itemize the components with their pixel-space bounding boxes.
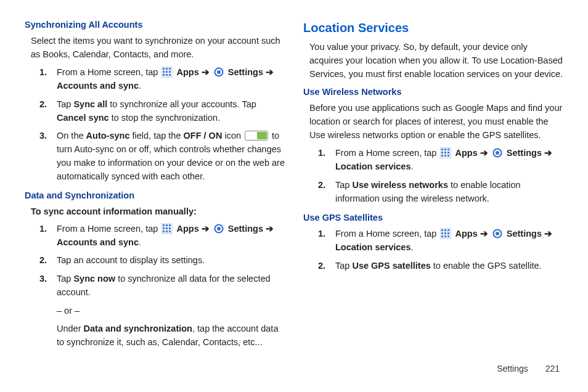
label-settings: Settings	[507, 229, 542, 239]
svg-rect-41	[447, 229, 449, 231]
apps-icon	[440, 228, 451, 239]
period: .	[139, 81, 141, 91]
step-2: 2. Tap an account to display its setting…	[57, 254, 285, 267]
heading-use-gps-satellites: Use GPS Satellites	[303, 211, 563, 225]
label-accounts-and-sync: Accounts and sync	[57, 81, 139, 91]
step-text: From a Home screen, tap	[335, 148, 439, 158]
bold-auto-sync: Auto-sync	[86, 131, 130, 141]
para-location-services: You value your privacy. So, by default, …	[309, 41, 563, 81]
step-text: to synchronize all your accounts. Tap	[107, 99, 256, 109]
step-number: 1.	[39, 66, 47, 80]
label-location-services: Location services	[335, 242, 411, 252]
step-number: 2.	[39, 254, 47, 267]
svg-rect-6	[169, 71, 171, 73]
bold-sync-now: Sync now	[73, 274, 115, 284]
step-number: 3.	[39, 272, 47, 286]
step-number: 3.	[39, 129, 47, 143]
arrow-icon: ➔	[202, 67, 210, 77]
period: .	[411, 242, 414, 252]
bold-off-on: OFF / ON	[184, 131, 223, 141]
toggle-switch-icon	[245, 131, 268, 141]
column-right: Location Services You value your privacy…	[303, 18, 563, 356]
step-number: 2.	[39, 98, 47, 112]
svg-rect-17	[169, 224, 171, 226]
label-apps: Apps	[176, 67, 198, 77]
step-text: to enable the GPS satellite.	[431, 261, 542, 271]
step-text: field, tap the	[129, 131, 183, 141]
svg-point-25	[217, 227, 221, 231]
step-text: to stop the synchronization.	[109, 113, 221, 123]
svg-rect-35	[447, 155, 449, 157]
step-3: 3. Tap Sync now to synchronize all data …	[57, 272, 285, 349]
bold-use-wireless-networks: Use wireless networks	[352, 180, 448, 190]
label-location-services: Location services	[335, 161, 411, 171]
svg-rect-27	[441, 149, 443, 150]
label-settings: Settings	[228, 224, 263, 234]
steps-data-sync: 1. From a Home screen, tap Apps ➔ Settin…	[25, 223, 285, 349]
step-1: 1. From a Home screen, tap Apps ➔ Settin…	[335, 227, 563, 255]
svg-rect-8	[166, 74, 168, 76]
step-text: Tap an account to display its settings.	[57, 255, 205, 265]
step-text: From a Home screen, tap	[57, 67, 160, 77]
heading-location-services: Location Services	[303, 18, 563, 37]
footer-section: Settings	[497, 364, 528, 374]
settings-icon	[213, 67, 224, 78]
settings-icon	[492, 228, 503, 239]
apps-icon	[161, 223, 173, 234]
svg-rect-40	[444, 229, 446, 231]
period: .	[139, 237, 141, 247]
step-3: 3. On the Auto-sync field, tap the OFF /…	[57, 129, 285, 183]
svg-rect-22	[166, 231, 168, 232]
footer-page-number: 221	[545, 364, 560, 374]
bold-use-gps-satellites: Use GPS satellites	[352, 261, 430, 271]
svg-rect-23	[169, 231, 171, 232]
heading-use-wireless-networks: Use Wireless Networks	[303, 86, 563, 99]
svg-rect-2	[166, 68, 168, 70]
step-number: 2.	[318, 179, 325, 192]
svg-rect-39	[441, 229, 443, 231]
svg-rect-1	[163, 68, 165, 70]
svg-rect-29	[447, 149, 449, 150]
label-settings: Settings	[228, 67, 263, 77]
svg-point-49	[496, 232, 499, 235]
para-sync-all: Select the items you want to synchronize…	[31, 35, 285, 62]
or-divider: – or –	[57, 304, 285, 318]
svg-rect-43	[444, 232, 446, 234]
arrow-icon: ➔	[266, 67, 274, 77]
label-settings: Settings	[507, 148, 542, 158]
bold-sync-all: Sync all	[73, 99, 107, 109]
svg-rect-28	[444, 149, 446, 150]
svg-rect-42	[441, 232, 443, 234]
svg-rect-3	[169, 68, 171, 70]
svg-rect-45	[441, 235, 443, 237]
step-number: 1.	[318, 147, 325, 160]
bold-data-and-sync: Data and synchronization	[84, 324, 192, 333]
bold-cancel-sync: Cancel sync	[57, 113, 109, 123]
apps-icon	[440, 147, 451, 158]
arrow-icon: ➔	[480, 148, 488, 158]
label-apps: Apps	[455, 148, 477, 158]
svg-rect-21	[163, 231, 165, 232]
svg-rect-32	[447, 152, 449, 153]
arrow-icon: ➔	[544, 229, 552, 239]
page-footer: Settings 221	[497, 364, 560, 374]
step-2: 2. Tap Sync all to synchronize all your …	[57, 98, 285, 125]
heading-sync-all-accounts: Synchronizing All Accounts	[25, 18, 285, 32]
arrow-icon: ➔	[266, 224, 274, 234]
step-number: 2.	[318, 259, 325, 273]
label-accounts-and-sync: Accounts and sync	[57, 237, 139, 247]
svg-rect-31	[444, 152, 446, 153]
arrow-icon: ➔	[480, 229, 488, 239]
steps-sync-all: 1. From a Home screen, tap Apps ➔ Settin…	[25, 66, 285, 183]
step-1: 1. From a Home screen, tap Apps ➔ Settin…	[57, 223, 285, 250]
arrow-icon: ➔	[544, 148, 552, 158]
settings-icon	[492, 147, 503, 158]
step-text: On the	[57, 131, 86, 141]
step-text: icon	[222, 131, 243, 141]
svg-rect-7	[163, 74, 165, 76]
svg-rect-9	[169, 74, 171, 76]
steps-wireless-networks: 1. From a Home screen, tap Apps ➔ Settin…	[303, 147, 563, 205]
step-text: Tap	[57, 99, 73, 109]
step-text: Tap	[57, 274, 73, 284]
step-text: Under	[57, 324, 84, 333]
